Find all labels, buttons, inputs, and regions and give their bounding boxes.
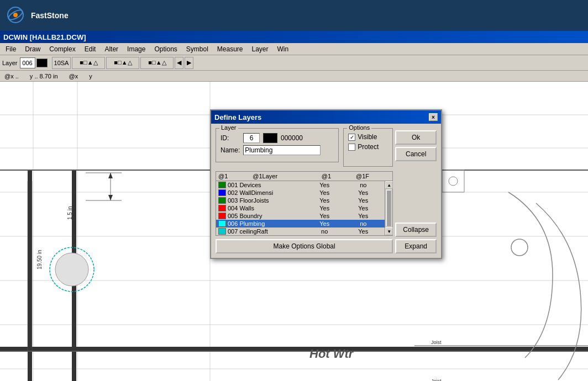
visible-label: Visible: [358, 133, 377, 141]
layer-at1f-value: Yes: [344, 213, 382, 219]
list-header: @1 @1Layer @1 @1F: [216, 172, 392, 181]
options-group-label: Options: [347, 124, 371, 131]
expand-button[interactable]: Expand: [395, 239, 437, 253]
svg-rect-15: [0, 347, 588, 351]
list-col4: @1F: [356, 173, 390, 179]
protect-checkbox[interactable]: [348, 144, 355, 151]
menu-options[interactable]: Options: [150, 44, 181, 54]
layer-at1f-value: Yes: [344, 189, 382, 196]
svg-text:Joist: Joist: [431, 378, 442, 381]
layer-at1f-value: no: [344, 220, 382, 227]
menu-layer[interactable]: Layer: [248, 44, 273, 54]
layer-at1-value: Yes: [305, 197, 344, 204]
menu-measure[interactable]: Measure: [213, 44, 248, 54]
layer-at1f-value: Yes: [344, 228, 382, 235]
scrollbar[interactable]: ▲ ▼: [385, 181, 392, 235]
menu-complex[interactable]: Complex: [45, 44, 80, 54]
list-col3: @1: [322, 173, 356, 179]
list-col1: @1: [218, 173, 253, 179]
toolbar-btn-3[interactable]: ■□▲△: [106, 57, 139, 69]
layer-color-box: [36, 59, 48, 67]
cancel-button[interactable]: Cancel: [395, 147, 437, 161]
layer-color-indicator: [218, 205, 226, 211]
menu-win[interactable]: Win: [273, 44, 293, 54]
layer-label: Layer: [2, 60, 18, 66]
layer-name: 007 ceilingRaft: [228, 228, 305, 235]
menu-file[interactable]: File: [1, 44, 20, 54]
layer-list-item[interactable]: 006 PlumbingYesno: [216, 220, 385, 227]
ok-button[interactable]: Ok: [395, 130, 437, 145]
dialog-title-bar: Define Layers ×: [211, 110, 441, 124]
app-logo: [4, 4, 27, 28]
layer-group-label: Layer: [219, 124, 238, 131]
layer-color-value: 000000: [281, 134, 303, 142]
toolbar: Layer 10SA ■□▲△ ■□▲△ ■□▲△ ◀ ▶: [0, 55, 588, 71]
make-options-global-button[interactable]: Make Options Global: [216, 239, 393, 253]
layer-at1-value: Yes: [305, 182, 344, 188]
layer-at1-value: Yes: [305, 205, 344, 211]
layer-at1f-value: Yes: [344, 205, 382, 211]
layer-at1f-value: no: [344, 182, 382, 188]
layer-at1-value: no: [305, 228, 344, 235]
work-area: 19.50 in 1.5 in Joist Joist Joist Hot Wt…: [0, 82, 588, 381]
layer-color-indicator: [218, 228, 226, 235]
protect-label: Protect: [358, 143, 379, 151]
layer-list-item[interactable]: 004 WallsYesYes: [216, 204, 385, 212]
layer-at1-value: Yes: [305, 220, 344, 227]
collapse-button[interactable]: Collapse: [395, 223, 437, 237]
layer-name: 005 Boundry: [228, 213, 305, 219]
layer-list-item[interactable]: 005 BoundryYesYes: [216, 212, 385, 220]
options-group-box: Options Visible Protect: [343, 128, 393, 167]
toolbar-btn-5[interactable]: ◀: [175, 57, 183, 69]
layer-name: 004 Walls: [228, 205, 305, 211]
dialog-body: Layer ID: 000000 Name:: [211, 124, 441, 258]
menu-alter[interactable]: Alter: [100, 44, 123, 54]
svg-text:Joist: Joist: [431, 340, 442, 345]
layer-list-item[interactable]: 003 FloorJoistsYesYes: [216, 197, 385, 204]
layer-number-input[interactable]: [20, 57, 35, 68]
layer-list-item[interactable]: 007 ceilingRaftnoYes: [216, 227, 385, 235]
list-col2: @1Layer: [253, 173, 322, 179]
layer-color-swatch[interactable]: [263, 133, 277, 143]
scroll-thumb[interactable]: [386, 190, 391, 226]
menu-edit[interactable]: Edit: [80, 44, 101, 54]
status-y: y .. 8.70 in: [30, 73, 58, 80]
status-bar: @x .. y .. 8.70 in @x y: [0, 71, 588, 82]
layer-at1-value: Yes: [305, 189, 344, 196]
name-label: Name:: [221, 146, 240, 154]
layer-id-input[interactable]: [243, 133, 260, 143]
layer-list-item[interactable]: 001 DevicesYesno: [216, 181, 385, 189]
dialog-close-button[interactable]: ×: [429, 113, 438, 121]
status-x: @x ..: [4, 73, 19, 80]
layer-list-item[interactable]: 002 WallDimensiYesYes: [216, 189, 385, 197]
layer-color-indicator: [218, 189, 226, 196]
status-coord-y: y: [89, 73, 92, 80]
layer-name-input[interactable]: [243, 145, 321, 155]
layer-at1f-value: Yes: [344, 197, 382, 204]
toolbar-btn-4[interactable]: ■□▲△: [140, 57, 174, 69]
dialog-title: Define Layers: [214, 113, 261, 121]
menu-bar: File Draw Complex Edit Alter Image Optio…: [0, 43, 588, 55]
svg-point-22: [55, 253, 88, 286]
svg-text:19.50 in: 19.50 in: [36, 250, 43, 269]
taskbar: FastStone: [0, 0, 588, 31]
define-layers-dialog: Define Layers × Layer: [210, 109, 442, 259]
layer-name: 001 Devices: [228, 182, 305, 188]
layer-color-indicator: [218, 182, 226, 188]
scroll-down-arrow[interactable]: ▼: [385, 227, 393, 235]
scroll-up-arrow[interactable]: ▲: [385, 181, 393, 189]
id-label: ID:: [221, 134, 240, 142]
svg-rect-17: [28, 170, 32, 381]
menu-symbol[interactable]: Symbol: [182, 44, 213, 54]
layer-color-indicator: [218, 213, 226, 219]
layer-color-indicator: [218, 220, 226, 227]
list-with-scroll: 001 DevicesYesno002 WallDimensiYesYes003…: [216, 181, 392, 235]
menu-draw[interactable]: Draw: [20, 44, 45, 54]
visible-checkbox[interactable]: [348, 134, 355, 141]
menu-image[interactable]: Image: [123, 44, 150, 54]
layer-list-inner: 001 DevicesYesno002 WallDimensiYesYes003…: [216, 181, 385, 235]
toolbar-btn-6[interactable]: ▶: [185, 57, 193, 69]
toolbar-btn-1[interactable]: 10SA: [52, 57, 71, 69]
toolbar-btn-2[interactable]: ■□▲△: [72, 57, 105, 69]
layer-name: 002 WallDimensi: [228, 189, 305, 196]
